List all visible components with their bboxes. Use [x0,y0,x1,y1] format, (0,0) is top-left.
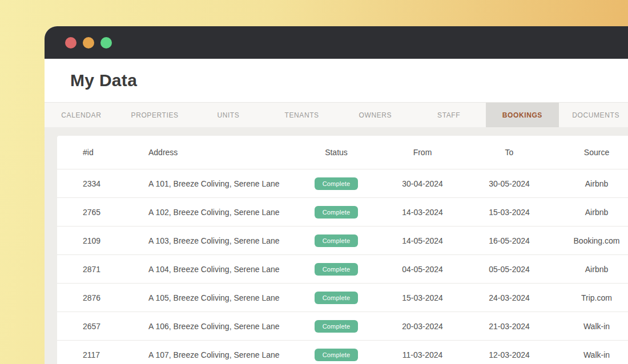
status-badge: Complete [315,206,359,219]
booking-status: Complete [297,206,376,219]
booking-id: 2334 [57,179,148,188]
booking-status: Complete [297,234,376,247]
table-row[interactable]: 2871 A 104, Breeze Coliving, Serene Lane… [57,254,628,283]
tab-owners[interactable]: OWNERS [339,103,412,127]
status-badge: Complete [315,349,359,361]
booking-source: Airbnb [549,208,628,217]
booking-address: A 107, Breeze Coliving, Serene Lane [148,350,297,359]
desktop-background: { "window": { "traffic_lights": [ { "nam… [0,0,628,364]
booking-source: Booking.com [549,236,628,245]
booking-address: A 106, Breeze Coliving, Serene Lane [148,322,297,331]
status-badge: Complete [315,263,359,276]
booking-to: 24-03-2024 [469,293,549,302]
booking-from: 14-05-2024 [376,236,469,245]
table-row[interactable]: 2657 A 106, Breeze Coliving, Serene Lane… [57,312,628,340]
booking-id: 2109 [57,236,148,245]
booking-address: A 105, Breeze Coliving, Serene Lane [148,293,297,302]
window-titlebar [45,26,628,59]
tab-bar: CALENDARPROPERTIESUNITSTENANTSOWNERSSTAF… [45,102,628,127]
column-header-to: To [469,148,549,157]
booking-address: A 102, Breeze Coliving, Serene Lane [148,208,297,217]
minimize-icon[interactable] [83,37,94,48]
table-header-row: #id Address Status From To Source [57,136,628,169]
booking-from: 04-05-2024 [376,265,469,274]
status-badge: Complete [315,320,359,333]
booking-source: Airbnb [549,265,628,274]
booking-id: 2871 [57,265,148,274]
status-badge: Complete [315,234,359,247]
booking-from: 20-03-2024 [376,322,469,331]
booking-source: Trip.com [549,293,628,302]
booking-source: Airbnb [549,179,628,188]
booking-from: 11-03-2024 [376,350,469,359]
booking-to: 15-03-2024 [469,208,549,217]
tab-calendar[interactable]: CALENDAR [45,103,118,127]
table-row[interactable]: 2765 A 102, Breeze Coliving, Serene Lane… [57,197,628,226]
booking-to: 12-03-2024 [469,350,549,359]
app-window: My Data CALENDARPROPERTIESUNITSTENANTSOW… [45,26,628,364]
table-row[interactable]: 2117 A 107, Breeze Coliving, Serene Lane… [57,340,628,364]
booking-source: Walk-in [549,350,628,359]
booking-to: 05-05-2024 [469,265,549,274]
booking-status: Complete [297,263,376,276]
booking-status: Complete [297,320,376,333]
booking-to: 21-03-2024 [469,322,549,331]
table-row[interactable]: 2876 A 105, Breeze Coliving, Serene Lane… [57,283,628,312]
content-area: #id Address Status From To Source 2334 A… [45,127,628,364]
column-header-id: #id [57,148,148,157]
booking-address: A 104, Breeze Coliving, Serene Lane [148,265,297,274]
booking-from: 30-04-2024 [376,179,469,188]
column-header-status: Status [297,148,376,157]
column-header-from: From [376,148,469,157]
booking-address: A 103, Breeze Coliving, Serene Lane [148,236,297,245]
maximize-icon[interactable] [100,37,112,48]
tab-documents[interactable]: DOCUMENTS [559,103,628,127]
status-badge: Complete [315,177,359,190]
page-header: My Data [45,59,628,102]
status-badge: Complete [315,292,359,304]
close-icon[interactable] [65,37,77,48]
column-header-address: Address [148,148,297,157]
table-body: 2334 A 101, Breeze Coliving, Serene Lane… [57,169,628,364]
table-row[interactable]: 2109 A 103, Breeze Coliving, Serene Lane… [57,226,628,254]
booking-to: 16-05-2024 [469,236,549,245]
booking-status: Complete [297,349,376,361]
tab-bookings[interactable]: BOOKINGS [486,103,559,127]
booking-address: A 101, Breeze Coliving, Serene Lane [148,179,297,188]
tab-units[interactable]: UNITS [192,103,265,127]
page-title: My Data [70,71,137,90]
booking-id: 2117 [57,350,148,359]
booking-id: 2876 [57,293,148,302]
booking-id: 2657 [57,322,148,331]
column-header-source: Source [549,148,628,157]
booking-to: 30-05-2024 [469,179,549,188]
booking-status: Complete [297,177,376,190]
bookings-table-card: #id Address Status From To Source 2334 A… [57,136,628,364]
booking-id: 2765 [57,208,148,217]
tab-staff[interactable]: STAFF [412,103,486,127]
tab-tenants[interactable]: TENANTS [265,103,339,127]
booking-source: Walk-in [549,322,628,331]
booking-from: 14-03-2024 [376,208,469,217]
tab-properties[interactable]: PROPERTIES [118,103,192,127]
table-row[interactable]: 2334 A 101, Breeze Coliving, Serene Lane… [57,169,628,197]
booking-status: Complete [297,292,376,304]
booking-from: 15-03-2024 [376,293,469,302]
